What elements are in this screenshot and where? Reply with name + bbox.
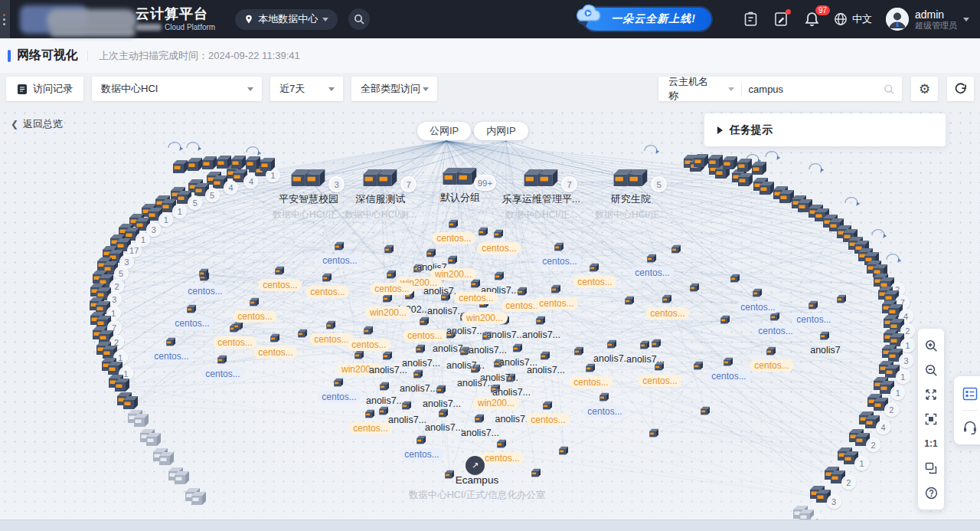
vm-node[interactable]: win200... — [473, 397, 519, 409]
server-stack-node[interactable]: 1 — [842, 449, 865, 469]
vm-node[interactable]: centos... — [792, 313, 835, 326]
vm-node[interactable]: centos... — [347, 339, 390, 351]
vm-node[interactable]: anolis7... — [518, 329, 565, 341]
datacenter-select[interactable]: 本地数据中心 — [235, 9, 338, 30]
audit-doc-icon[interactable] — [773, 11, 789, 28]
vm-node[interactable]: centos... — [573, 276, 616, 288]
vm-icon[interactable] — [384, 244, 395, 257]
vm-icon[interactable] — [494, 270, 505, 284]
vm-node[interactable]: centos... — [432, 232, 475, 244]
vm-icon[interactable] — [274, 265, 286, 279]
vm-icon[interactable] — [648, 428, 660, 441]
vm-icon[interactable] — [419, 316, 430, 329]
network-canvas[interactable]: 144551131173523172112742131124212313平安智慧… — [0, 108, 980, 531]
help-button[interactable] — [918, 481, 944, 504]
vm-icon[interactable] — [415, 343, 426, 357]
vm-node[interactable]: centos... — [201, 368, 244, 380]
vm-icon[interactable] — [573, 346, 585, 359]
vm-icon[interactable] — [662, 293, 673, 307]
vm-icon[interactable] — [364, 408, 376, 422]
vm-node[interactable]: centos... — [403, 329, 446, 342]
vm-node[interactable]: anolis7... — [456, 427, 504, 439]
vm-icon[interactable] — [416, 434, 427, 448]
vm-icon[interactable] — [382, 350, 394, 364]
vm-icon[interactable] — [249, 297, 260, 310]
vm-node[interactable]: centos... — [707, 370, 750, 382]
server-stack-node[interactable]: 3 — [815, 487, 838, 507]
legend-button[interactable] — [959, 385, 980, 403]
language-switch[interactable]: 中文 — [834, 12, 872, 26]
vm-node[interactable]: centos... — [645, 307, 689, 320]
vm-icon[interactable] — [325, 320, 337, 333]
vm-icon[interactable] — [589, 262, 600, 276]
ecampus-icon[interactable]: ↗ — [466, 456, 485, 475]
user-menu[interactable]: admin 超级管理员 — [886, 8, 969, 31]
vm-node[interactable]: anolis7... — [418, 398, 466, 410]
vm-icon[interactable] — [334, 241, 345, 254]
vm-node[interactable]: centos... — [213, 336, 256, 349]
server-stack-node[interactable] — [190, 490, 213, 510]
vm-icon[interactable] — [550, 284, 562, 297]
server-stack-node[interactable]: 4 — [864, 413, 887, 433]
access-records-button[interactable]: 访问记录 — [6, 77, 83, 101]
vm-icon[interactable] — [426, 247, 437, 261]
vm-node[interactable]: centos... — [233, 310, 276, 323]
vm-icon[interactable] — [413, 369, 424, 382]
settings-button[interactable]: ⚙ — [911, 77, 938, 101]
vm-icon[interactable] — [693, 360, 704, 374]
time-range-select[interactable]: 近7天 — [270, 77, 343, 101]
vm-node[interactable]: centos... — [583, 405, 626, 418]
server-stack-node[interactable]: 2 — [854, 431, 877, 451]
server-stack-node[interactable]: 2 — [829, 468, 852, 488]
vm-icon[interactable] — [535, 315, 547, 329]
vm-node[interactable]: anolis7 — [805, 344, 845, 356]
vm-icon[interactable] — [354, 349, 365, 363]
vm-node[interactable]: centos... — [753, 325, 797, 337]
zoom-out-button[interactable] — [918, 359, 944, 382]
vm-icon[interactable] — [297, 328, 309, 342]
promo-banner[interactable]: 一朵云全新上线! — [583, 8, 711, 31]
vm-icon[interactable] — [752, 287, 763, 301]
vm-node[interactable]: centos... — [370, 283, 413, 295]
nav-menu-strip[interactable] — [0, 0, 10, 38]
vm-icon[interactable] — [554, 241, 565, 255]
vm-node[interactable]: centos... — [348, 422, 392, 434]
vm-node[interactable]: centos... — [537, 255, 581, 267]
vm-node[interactable]: win200... — [462, 312, 508, 324]
vm-node[interactable]: centos... — [480, 452, 524, 464]
vm-icon[interactable] — [186, 303, 198, 317]
global-search-button[interactable] — [348, 8, 370, 30]
vm-node[interactable]: centos... — [750, 359, 793, 372]
vm-icon[interactable] — [639, 339, 651, 353]
vm-icon[interactable] — [808, 300, 819, 313]
vm-icon[interactable] — [730, 273, 741, 287]
vm-node[interactable]: anolis7... — [442, 359, 489, 372]
vm-node[interactable]: centos... — [477, 242, 521, 254]
vm-node[interactable]: centos... — [630, 267, 674, 279]
vm-icon[interactable] — [496, 438, 508, 452]
back-to-overview-link[interactable]: ❮ 返回总览 — [11, 117, 63, 131]
vm-node[interactable]: centos... — [400, 448, 443, 461]
vm-node[interactable]: anolis7... — [364, 364, 412, 376]
support-button[interactable] — [959, 418, 980, 436]
vm-icon[interactable] — [646, 253, 658, 267]
vm-icon[interactable] — [379, 381, 390, 395]
access-type-select[interactable]: 全部类型访问 — [351, 77, 437, 101]
search-field-select[interactable]: 云主机名称 — [658, 75, 741, 103]
server-node[interactable] — [750, 159, 773, 179]
vm-node[interactable]: centos... — [253, 346, 297, 359]
ecampus-node[interactable]: Ecampus数据中心HCI/正式/信息化办公室 — [354, 474, 599, 502]
vm-node[interactable]: centos... — [317, 391, 361, 403]
vm-icon[interactable] — [689, 282, 701, 296]
vm-icon[interactable] — [819, 330, 831, 344]
vm-icon[interactable] — [599, 392, 610, 405]
vm-icon[interactable] — [671, 244, 682, 257]
vm-icon[interactable] — [542, 400, 554, 414]
vm-icon[interactable] — [766, 346, 777, 359]
search-input[interactable] — [749, 84, 884, 95]
report-clipboard-icon[interactable] — [742, 11, 759, 28]
fullscreen-button[interactable] — [918, 383, 944, 406]
vm-node[interactable]: centos... — [638, 375, 681, 387]
vm-icon[interactable] — [198, 267, 210, 281]
vm-icon[interactable] — [723, 356, 734, 370]
